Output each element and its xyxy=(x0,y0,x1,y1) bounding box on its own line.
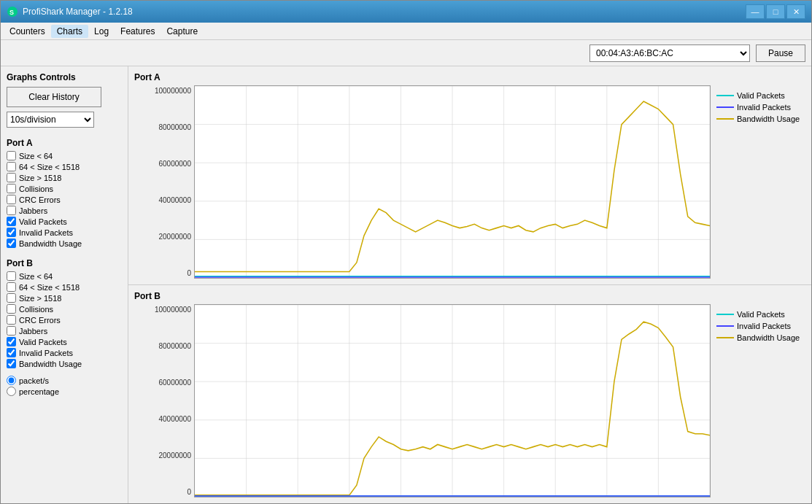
port-b-invalid-label: Invalid Packets xyxy=(737,322,791,330)
port-a-collisions: Collisions xyxy=(7,184,122,193)
port-a-invalid-line-indicator xyxy=(716,106,734,108)
maximize-button[interactable]: □ xyxy=(766,4,785,19)
port-b-chart-plot xyxy=(194,304,711,497)
app-icon: S xyxy=(7,6,18,18)
port-b-y-axis: 100000000 80000000 60000000 40000000 200… xyxy=(128,304,194,497)
radio-percentage-input[interactable] xyxy=(7,387,16,396)
close-button[interactable]: ✕ xyxy=(786,4,805,19)
port-b-legend-bandwidth: Bandwidth Usage xyxy=(716,333,805,342)
port-a-size-lt-64-checkbox[interactable] xyxy=(7,151,16,160)
port-b-size-gt-1518-label: Size > 1518 xyxy=(19,294,61,303)
port-a-chart-container: Port A 100000000 80000000 60000000 40000… xyxy=(128,66,811,285)
port-b-invalid-packets: Invalid Packets xyxy=(7,348,122,357)
port-a-valid-line-indicator xyxy=(716,95,734,96)
port-b-size-gt-1518-checkbox[interactable] xyxy=(7,293,16,303)
port-a-invalid-packets: Invalid Packets xyxy=(7,228,122,237)
division-select[interactable]: 10s/division 5s/division 1s/division xyxy=(7,112,94,128)
port-a-size-gt-1518-checkbox[interactable] xyxy=(7,173,16,182)
port-a-y-axis: 100000000 80000000 60000000 40000000 200… xyxy=(128,85,194,279)
port-a-valid-packets-checkbox[interactable] xyxy=(7,217,16,226)
port-a-invalid-label: Invalid Packets xyxy=(737,103,791,112)
radio-percentage-label: percentage xyxy=(19,387,59,396)
port-b-valid-label: Valid Packets xyxy=(737,310,785,319)
device-select[interactable]: 00:04:A3:A6:BC:AC xyxy=(589,44,750,62)
port-a-crc-errors: CRC Errors xyxy=(7,195,122,204)
port-a-crc-errors-label: CRC Errors xyxy=(19,195,61,204)
port-b-invalid-line-indicator xyxy=(716,325,734,327)
port-b-size-64-1518: 64 < Size < 1518 xyxy=(7,282,122,292)
port-a-valid-packets: Valid Packets xyxy=(7,217,122,226)
port-a-y-100m: 100000000 xyxy=(155,87,191,95)
port-b-bandwidth-usage-checkbox[interactable] xyxy=(7,359,16,368)
port-a-size-64-1518-checkbox[interactable] xyxy=(7,162,16,171)
port-a-invalid-packets-label: Invalid Packets xyxy=(19,228,73,237)
svg-text:S: S xyxy=(9,9,14,16)
port-b-crc-errors-label: CRC Errors xyxy=(19,316,61,325)
port-a-collisions-checkbox[interactable] xyxy=(7,184,16,193)
port-b-collisions: Collisions xyxy=(7,304,122,314)
menu-charts[interactable]: Charts xyxy=(51,25,88,38)
port-b-valid-line-indicator xyxy=(716,314,734,315)
port-b-size-64-1518-checkbox[interactable] xyxy=(7,282,16,292)
port-a-bandwidth-label: Bandwidth Usage xyxy=(737,115,800,123)
port-b-legend-invalid: Invalid Packets xyxy=(716,322,805,330)
port-b-collisions-label: Collisions xyxy=(19,305,53,314)
port-a-chart-title: Port A xyxy=(134,72,805,82)
sidebar: Graphs Controls Clear History 10s/divisi… xyxy=(1,66,128,503)
menu-counters[interactable]: Counters xyxy=(4,25,51,38)
port-b-svg xyxy=(195,305,710,497)
main-window: S ProfiShark Manager - 1.2.18 — □ ✕ Coun… xyxy=(0,0,812,504)
port-a-valid-label: Valid Packets xyxy=(737,91,785,100)
title-bar: S ProfiShark Manager - 1.2.18 — □ ✕ xyxy=(1,1,811,23)
port-a-title: Port A xyxy=(7,138,122,148)
port-b-invalid-packets-label: Invalid Packets xyxy=(19,349,73,357)
menu-bar: Counters Charts Log Features Capture xyxy=(1,23,811,40)
port-a-y-40m: 40000000 xyxy=(159,196,192,204)
port-b-size-lt-64-checkbox[interactable] xyxy=(7,271,16,281)
port-a-bandwidth-usage-label: Bandwidth Usage xyxy=(19,239,82,248)
title-bar-controls: — □ ✕ xyxy=(746,4,805,19)
port-a-bandwidth-usage-checkbox[interactable] xyxy=(7,239,16,248)
port-a-size-64-1518-label: 64 < Size < 1518 xyxy=(19,163,80,171)
charts-area: Port A 100000000 80000000 60000000 40000… xyxy=(128,66,811,503)
port-b-valid-packets: Valid Packets xyxy=(7,337,122,346)
port-a-crc-errors-checkbox[interactable] xyxy=(7,195,16,204)
port-a-valid-packets-label: Valid Packets xyxy=(19,217,67,226)
port-b-legend: Valid Packets Invalid Packets Bandwidth … xyxy=(711,304,805,497)
port-b-y-60m: 60000000 xyxy=(159,379,192,387)
port-a-y-20m: 20000000 xyxy=(159,233,192,241)
menu-features[interactable]: Features xyxy=(115,25,161,38)
port-a-legend-bandwidth: Bandwidth Usage xyxy=(716,115,805,123)
menu-capture[interactable]: Capture xyxy=(161,25,204,38)
port-b-size-lt-64-label: Size < 64 xyxy=(19,272,53,281)
radio-packets-input[interactable] xyxy=(7,376,16,385)
port-b-bandwidth-usage: Bandwidth Usage xyxy=(7,359,122,368)
port-b-valid-packets-checkbox[interactable] xyxy=(7,337,16,346)
port-a-jabbers-label: Jabbers xyxy=(19,206,47,215)
port-a-y-80m: 80000000 xyxy=(159,123,192,131)
menu-log[interactable]: Log xyxy=(88,25,115,38)
port-a-size-gt-1518-label: Size > 1518 xyxy=(19,174,61,182)
divider-2 xyxy=(7,370,122,376)
radio-percentage: percentage xyxy=(7,387,122,396)
clear-history-button[interactable]: Clear History xyxy=(7,87,101,107)
port-b-invalid-packets-checkbox[interactable] xyxy=(7,348,16,357)
port-b-size-gt-1518: Size > 1518 xyxy=(7,293,122,303)
port-a-legend-invalid: Invalid Packets xyxy=(716,103,805,112)
port-b-crc-errors: CRC Errors xyxy=(7,315,122,325)
port-a-svg xyxy=(195,86,710,278)
port-b-crc-errors-checkbox[interactable] xyxy=(7,315,16,325)
port-b-bandwidth-line-indicator xyxy=(716,337,734,338)
port-b-collisions-checkbox[interactable] xyxy=(7,304,16,314)
port-a-jabbers-checkbox[interactable] xyxy=(7,206,16,215)
minimize-button[interactable]: — xyxy=(746,4,765,19)
pause-button[interactable]: Pause xyxy=(756,44,805,62)
port-a-invalid-packets-checkbox[interactable] xyxy=(7,228,16,237)
port-b-jabbers-checkbox[interactable] xyxy=(7,326,16,336)
port-a-size-lt-64: Size < 64 xyxy=(7,151,122,160)
port-a-legend: Valid Packets Invalid Packets Bandwidth … xyxy=(711,85,805,279)
port-a-size-lt-64-label: Size < 64 xyxy=(19,152,53,160)
port-a-y-0: 0 xyxy=(187,269,191,277)
port-b-chart-wrapper: 100000000 80000000 60000000 40000000 200… xyxy=(128,304,805,497)
radio-packets-label: packet/s xyxy=(19,376,49,385)
